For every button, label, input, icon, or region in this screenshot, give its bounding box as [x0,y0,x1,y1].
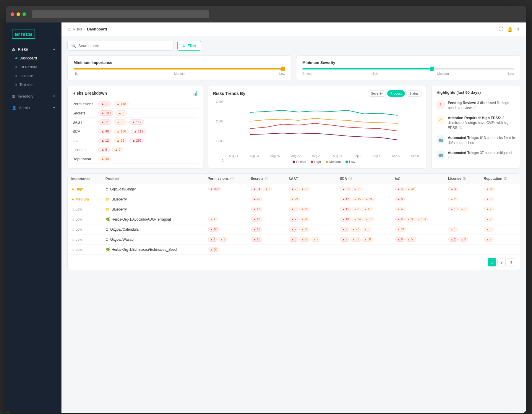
org-icon: 🌿 [106,248,110,252]
sidebar-item-inventory[interactable]: ▦ Inventory ▼ [6,92,61,101]
trends-title: Risks Trends By [213,91,245,96]
permissions-badge-1: ▲ 11 [98,101,111,106]
chart-plot: Aug 21 Aug 23 Aug 25 Aug 27 Aug 29 Aug 3… [226,99,422,164]
col-sast: SAST [285,174,336,184]
notifications-icon[interactable]: 🔔 [507,26,513,32]
minimize-button[interactable] [17,12,20,16]
importance-low: ☆ Low [71,248,82,252]
permissions-cell: ▲ 10 [204,224,247,235]
sca-badge-3: ▲ 112 [131,129,146,134]
table-row: ★ High ⊙ GgitGoat/Ginger ▲ 102 ▲ 34▲ 2 ▲… [68,184,520,194]
trends-svg [226,99,422,152]
y-1000: 1,000 [213,140,223,143]
iac-cell: ▲ 6▲ 58 [391,235,445,245]
badge: ▲ 20 [350,227,361,232]
badge: ▲ 42 [395,207,406,211]
badge: ▲ 24 [352,217,363,221]
sast-cell: ▲ 2▲ 16 [285,224,336,235]
reputation-cell [480,245,520,255]
increase-dot [15,75,17,77]
badge: ▲ 2 [340,227,349,232]
breadcrumb-separator: › [84,27,85,31]
secrets-cell: ▲ 18 [247,224,285,235]
badge: ▲ 6 [395,217,405,221]
header-actions: ⓘ 🔔 ✳ [499,26,520,32]
badge: ▲ 11 [362,207,373,211]
table-row: ☆ Low ⊙ Gitgoat/Wasabi ▲ 1▲ 2 ▲ 15 ▲ 6▲ … [68,235,520,245]
product-name[interactable]: 🌿 Herbs-Org-1/Avocado/ADO-Terragoat [106,217,201,221]
help-icon[interactable]: ⓘ [499,26,503,32]
toggle-status[interactable]: Status [406,90,422,97]
main-content: ⚠ Risks › Dashboard ⓘ 🔔 ✳ 🔍 ⚙ [61,22,526,413]
severity-slider-thumb[interactable] [429,67,434,71]
github-icon: ⊙ [106,187,108,191]
badge: ▲ 12 [251,207,262,211]
sidebar-item-admin[interactable]: 👤 Admin ▼ [6,103,61,112]
badge: ▲ 30 [362,237,373,242]
importance-cell: ☆ Low [68,214,102,224]
importance-slider-card: Minimum Importance High Medium Low [67,55,291,80]
table-row: ☆ Low ⊙ Gitgoat/Calendula ▲ 10 ▲ 18 ▲ 2▲… [68,224,520,235]
table-row: ★ Medium 📁 Blueberry ▲ 20 ▲ 29 ▲ 12▲ 15▲… [68,194,520,204]
breadcrumb: ⚠ Risks › Dashboard [67,27,107,31]
toggle-severity[interactable]: Severity [368,90,386,97]
badge: ▲ 2 [448,237,458,242]
sidebar-item-increase[interactable]: Increase [6,72,61,80]
secrets-label: Secrets [72,111,96,115]
iac-cell [391,245,445,255]
y-2000: 2,000 [213,120,223,123]
table-row: ☆ Low 🌿 Herbs-Org-1/Avocado/ADO-Terragoa… [68,214,520,224]
product-name[interactable]: ⊙ GgitGoat/Ginger [106,187,201,191]
secrets-cell: ▲ 20 [247,194,285,204]
table-header-row: Importance Product Permissions ⓘ Secrets… [68,174,520,184]
badge: ▲ 10 [208,227,219,232]
url-bar[interactable] [32,10,209,18]
importance-slider-thumb[interactable] [280,67,285,71]
toggle-product[interactable]: Product [387,90,405,97]
license-badge-1: ▲ 6 [98,147,110,152]
iac-cell: ▲ 5▲ 41 [391,184,445,194]
severity-slider-track[interactable] [302,68,514,69]
x-aug31: Aug 31 [333,154,342,158]
product-name[interactable]: ⊙ Gitgoat/Wasabi [106,237,201,242]
legend-dot-high [311,161,313,163]
sca-badge-1: ▲ 48 [98,129,111,134]
highlights-title: Highlights (last 90 days) [437,90,515,95]
maximize-button[interactable] [22,12,26,16]
badge: ▲ 2 [289,227,298,232]
user-avatar[interactable]: ✳ [516,26,520,32]
permissions-cell [204,204,247,214]
x-aug29: Aug 29 [312,154,322,158]
product-name[interactable]: ⊙ Gitgoat/Calendula [106,227,201,232]
badge: ▲ 10 [484,187,495,191]
importance-cell: ☆ Low [68,235,102,245]
page-2-button[interactable]: 2 [497,258,506,266]
git-posture-dot [15,66,17,68]
importance-slider-track[interactable] [74,68,285,69]
close-button[interactable] [11,12,14,16]
product-name[interactable]: 📁 Blueberry [106,207,201,211]
sidebar-item-dashboard[interactable]: Dashboard [6,54,61,63]
badge: ▲ 1 [458,207,468,211]
secrets-cell [247,245,285,255]
page-3-button[interactable]: 3 [507,258,515,266]
search-icon: 🔍 [71,43,76,48]
product-name[interactable]: 🌿 Herbs-Org-1/Echinacea/Echinacea_Seed [106,248,201,252]
product-name[interactable]: 📁 Blueberry [106,197,201,201]
sidebar-item-git-posture[interactable]: Git Posture [6,63,61,72]
badge: ▲ 8 [362,227,371,232]
badge: ▲ 1 [208,237,218,242]
x-sep2: Sep 2 [353,154,361,158]
sidebar-item-risks[interactable]: ⚠ Risks ▲ [6,45,61,54]
legend-critical: Critical [293,160,306,164]
title-bar [6,6,526,22]
search-input[interactable] [78,43,170,48]
page-1-button[interactable]: 1 [488,258,496,266]
sidebar-item-text-size[interactable]: Text size [6,80,61,89]
badge: ▲ 25 [299,237,310,242]
data-table: Importance Product Permissions ⓘ Secrets… [68,174,520,255]
severity-label-critical: Critical [302,72,312,75]
severity-slider-card: Minimum Severity Critical High Medium Lo… [296,55,520,80]
filter-button[interactable]: ⚙ Filter [177,41,201,51]
severity-slider-labels: Critical High Medium Low [302,72,514,75]
